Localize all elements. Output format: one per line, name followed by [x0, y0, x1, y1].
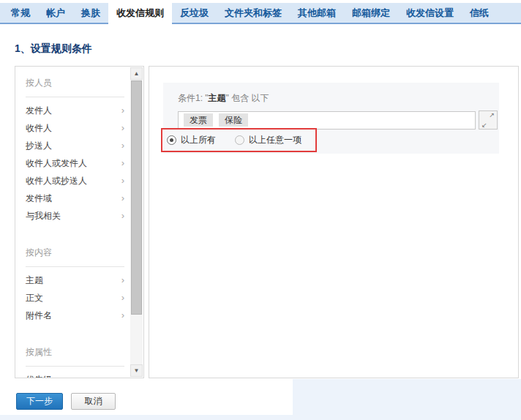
chevron-right-icon: › — [121, 307, 124, 324]
sidebar-item-body[interactable]: 正文 › — [26, 289, 130, 307]
chevron-right-icon: › — [121, 190, 124, 207]
condition-label-prefix: 条件1: " — [178, 93, 209, 103]
sidebar-item-sender[interactable]: 发件人 › — [26, 102, 130, 119]
keyword-tag: 发票 — [184, 113, 213, 127]
settings-page: 常规 帐户 换肤 收发信规则 反垃圾 文件夹和标签 其他邮箱 邮箱绑定 收发信设… — [0, 0, 521, 420]
radio-label: 以上所有 — [181, 134, 216, 146]
tab-skin[interactable]: 换肤 — [73, 3, 108, 23]
red-highlight-box: 以上所有 以上任意一项 — [161, 128, 317, 152]
tab-mail-rules[interactable]: 收发信规则 — [108, 3, 172, 24]
chevron-right-icon: › — [121, 137, 124, 154]
condition-panel: 条件1: "主题" 包含 以下 发票 保险 ↗ ↙ 以上所有 — [149, 66, 519, 378]
chevron-right-icon: › — [121, 271, 124, 289]
tab-mailbox-binding[interactable]: 邮箱绑定 — [344, 3, 398, 23]
radio-checked-icon[interactable] — [167, 135, 176, 145]
sidebar-item-priority[interactable]: 优先级 › — [26, 371, 130, 378]
sidebar-item-subject[interactable]: 主题 › — [26, 271, 130, 289]
radio-option-match-all[interactable]: 以上所有 — [167, 134, 216, 146]
condition-label: 条件1: "主题" 包含 以下 — [163, 83, 499, 105]
chevron-right-icon: › — [121, 207, 124, 225]
sidebar-item-attachment-name[interactable]: 附件名 › — [26, 307, 130, 324]
sidebar-item-related-to-me[interactable]: 与我相关 › — [26, 207, 130, 225]
keywords-input[interactable]: 发票 保险 — [178, 111, 476, 130]
tab-folders-labels[interactable]: 文件夹和标签 — [217, 3, 290, 23]
tab-general[interactable]: 常规 — [3, 3, 38, 23]
radio-label: 以上任意一项 — [249, 134, 301, 146]
sidebar-item-recipient-or-sender[interactable]: 收件人或发件人 › — [26, 154, 130, 172]
divider — [26, 97, 124, 97]
sidebar-scrollbar[interactable]: ▲ ▼ — [130, 67, 143, 377]
sidebar-item-sender-domain[interactable]: 发件域 › — [26, 190, 130, 207]
condition-subject: 主题 — [209, 93, 226, 103]
chevron-right-icon: › — [121, 119, 124, 137]
button-bar: 下一步 取消 — [0, 379, 293, 415]
group-title-by-content: 按内容 — [26, 247, 130, 259]
divider — [26, 366, 124, 367]
group-title-by-person: 按人员 — [26, 77, 130, 89]
divider — [26, 266, 124, 267]
sidebar-item-cc[interactable]: 抄送人 › — [26, 137, 130, 154]
cancel-button[interactable]: 取消 — [71, 393, 116, 410]
tab-send-receive-settings[interactable]: 收发信设置 — [398, 3, 462, 23]
scroll-down-icon[interactable]: ▼ — [130, 364, 143, 377]
chevron-right-icon: › — [121, 154, 124, 172]
settings-tab-bar: 常规 帐户 换肤 收发信规则 反垃圾 文件夹和标签 其他邮箱 邮箱绑定 收发信设… — [0, 3, 521, 24]
keyword-tag: 保险 — [219, 113, 248, 127]
group-title-by-attribute: 按属性 — [26, 346, 130, 359]
condition-category-sidebar: 按人员 发件人 › 收件人 › 抄送人 › 收件人或发件人 › — [15, 66, 144, 378]
next-step-button[interactable]: 下一步 — [16, 393, 63, 410]
chevron-right-icon: › — [121, 289, 124, 307]
tab-account[interactable]: 帐户 — [38, 3, 73, 23]
step-heading: 1、设置规则条件 — [15, 42, 92, 56]
sidebar-item-recipient-or-cc[interactable]: 收件人或抄送人 › — [26, 172, 130, 190]
expand-icon: ↙ — [481, 121, 487, 129]
condition-1-box: 条件1: "主题" 包含 以下 发票 保险 ↗ ↙ 以上所有 — [163, 83, 499, 154]
radio-unchecked-icon[interactable] — [235, 135, 244, 145]
tab-antispam[interactable]: 反垃圾 — [172, 3, 217, 23]
expand-icon: ↗ — [489, 111, 495, 119]
condition-label-suffix: " 包含 以下 — [226, 93, 269, 103]
tab-stationery[interactable]: 信纸 — [462, 3, 497, 23]
radio-option-match-any[interactable]: 以上任意一项 — [235, 134, 301, 146]
tab-other-mailboxes[interactable]: 其他邮箱 — [290, 3, 344, 23]
scrollbar-thumb[interactable] — [131, 80, 142, 315]
chevron-right-icon: › — [121, 371, 124, 378]
scroll-up-icon[interactable]: ▲ — [130, 67, 143, 80]
chevron-right-icon: › — [121, 172, 124, 190]
expand-input-button[interactable]: ↗ ↙ — [479, 110, 498, 130]
chevron-right-icon: › — [121, 102, 124, 119]
sidebar-item-recipient[interactable]: 收件人 › — [26, 119, 130, 137]
